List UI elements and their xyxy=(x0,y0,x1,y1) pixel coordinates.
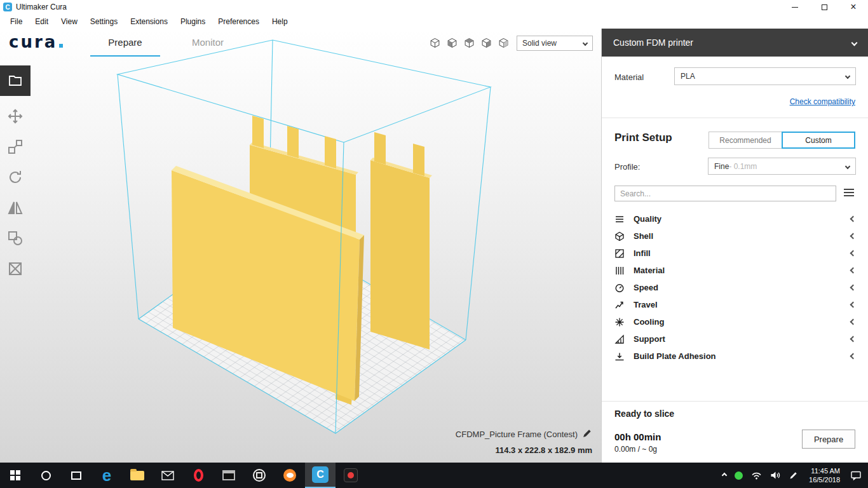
clock[interactable]: 11:45 AM 16/5/2018 xyxy=(806,466,843,484)
wifi-icon xyxy=(751,471,762,480)
window-title: Ultimaker Cura xyxy=(16,3,67,11)
menu-settings[interactable]: Settings xyxy=(84,15,124,28)
chevron-left-icon xyxy=(850,353,857,360)
mirror-tool-button[interactable] xyxy=(4,197,27,219)
settings-search-input[interactable] xyxy=(614,186,836,201)
custom-mode-button[interactable]: Custom xyxy=(782,132,855,149)
edge-icon xyxy=(102,467,111,484)
view-3d-icon[interactable] xyxy=(430,37,440,48)
view-front-icon[interactable] xyxy=(447,37,458,48)
menu-plugins[interactable]: Plugins xyxy=(174,15,212,28)
prepare-button[interactable]: Prepare xyxy=(802,430,855,449)
windows-logo-icon xyxy=(10,470,15,475)
menu-help[interactable]: Help xyxy=(266,15,294,28)
menu-edit[interactable]: Edit xyxy=(29,15,55,28)
chevron-left-icon xyxy=(850,216,857,222)
recommended-mode-button[interactable]: Recommended xyxy=(709,132,782,149)
chevron-left-icon xyxy=(850,250,857,257)
menu-file[interactable]: File xyxy=(4,15,29,28)
category-quality[interactable]: Quality xyxy=(614,210,855,227)
volume-button[interactable] xyxy=(770,471,781,480)
opera-icon xyxy=(194,469,203,482)
settings-panel-body: Material PLA Check compatibility Print S… xyxy=(602,57,868,463)
taskbar-app-cura[interactable] xyxy=(305,463,336,488)
task-view-button[interactable] xyxy=(61,463,92,488)
chevron-down-icon xyxy=(851,39,858,46)
category-build-plate-adhesion[interactable]: Build Plate Adhesion xyxy=(614,348,855,365)
tray-cura-status[interactable] xyxy=(735,471,743,480)
support-blocker-icon xyxy=(7,261,24,277)
view-right-icon[interactable] xyxy=(498,37,509,48)
start-button[interactable] xyxy=(0,463,31,488)
viewport-stage: cura Prepare Monitor Solid view xyxy=(0,29,601,463)
category-cooling[interactable]: Cooling xyxy=(614,313,855,330)
cura-logo-text: cura xyxy=(9,32,57,51)
taskbar-app-recorder[interactable] xyxy=(336,463,366,488)
chevron-left-icon xyxy=(850,268,857,274)
settings-panel: Custom FDM printer Material PLA Check co… xyxy=(601,29,868,463)
clock-date: 16/5/2018 xyxy=(809,475,840,484)
infill-icon xyxy=(614,248,625,259)
category-infill[interactable]: Infill xyxy=(614,245,855,262)
view-mode-dropdown[interactable]: Solid view xyxy=(517,36,593,51)
category-speed[interactable]: Speed xyxy=(614,279,855,296)
material-dropdown[interactable]: PLA xyxy=(674,67,856,85)
adhesion-icon xyxy=(614,351,625,362)
cura-window: Ultimaker Cura File Edit View Settings E… xyxy=(0,0,868,488)
chevron-left-icon xyxy=(850,319,857,325)
category-shell[interactable]: Shell xyxy=(614,227,855,245)
system-tray: 11:45 AM 16/5/2018 xyxy=(722,463,868,488)
close-button[interactable] xyxy=(839,0,868,14)
minimize-icon xyxy=(792,7,798,8)
check-compatibility-link[interactable]: Check compatibility xyxy=(790,97,855,106)
slice-status: Ready to slice xyxy=(614,409,674,419)
taskbar-app-blender[interactable] xyxy=(275,463,305,488)
category-support[interactable]: Support xyxy=(614,330,855,348)
cura-logo: cura xyxy=(9,32,63,51)
tool-bar xyxy=(4,105,27,280)
view-left-icon[interactable] xyxy=(481,37,492,48)
taskbar-app-terminal[interactable] xyxy=(214,463,244,488)
pen-settings-button[interactable] xyxy=(789,471,798,480)
model-dimensions: 114.3 x 222.8 x 182.9 mm xyxy=(495,445,592,455)
taskbar-app-gog[interactable] xyxy=(244,463,275,488)
menu-preferences[interactable]: Preferences xyxy=(212,15,266,28)
maximize-button[interactable] xyxy=(810,0,839,14)
profile-dropdown[interactable]: Fine - 0.1mm xyxy=(708,158,856,175)
viewport-canvas[interactable] xyxy=(0,29,601,463)
support-icon xyxy=(614,334,625,344)
print-time-estimate: 00h 00min xyxy=(614,431,661,442)
view-top-icon[interactable] xyxy=(464,37,475,48)
material-usage-estimate: 0.00m / ~ 0g xyxy=(614,445,657,454)
tab-monitor[interactable]: Monitor xyxy=(173,37,243,57)
terminal-icon xyxy=(222,470,235,480)
open-file-button[interactable] xyxy=(0,65,31,96)
blender-icon xyxy=(283,469,296,482)
menu-extensions[interactable]: Extensions xyxy=(124,15,174,28)
move-tool-button[interactable] xyxy=(4,105,27,127)
notification-icon xyxy=(851,471,862,480)
per-model-settings-tool-button[interactable] xyxy=(4,227,27,249)
scale-tool-button[interactable] xyxy=(4,136,27,158)
rotate-tool-button[interactable] xyxy=(4,166,27,188)
menu-view[interactable]: View xyxy=(55,15,84,28)
taskbar-app-file-explorer[interactable] xyxy=(122,463,153,488)
minimize-button[interactable] xyxy=(780,0,810,14)
printer-selector[interactable]: Custom FDM printer xyxy=(602,29,868,57)
support-blocker-tool-button[interactable] xyxy=(4,258,27,280)
cortana-button[interactable] xyxy=(31,463,61,488)
category-material[interactable]: Material xyxy=(614,262,855,279)
tab-prepare[interactable]: Prepare xyxy=(90,37,160,57)
taskbar-app-opera[interactable] xyxy=(183,463,214,488)
chevron-down-icon xyxy=(845,163,850,168)
settings-menu-icon[interactable] xyxy=(844,189,854,190)
rename-model-button[interactable] xyxy=(583,428,592,440)
cooling-icon xyxy=(614,317,625,327)
taskbar-app-edge[interactable] xyxy=(92,463,122,488)
taskbar-app-mail[interactable] xyxy=(153,463,183,488)
show-hidden-icons-button[interactable] xyxy=(722,473,726,477)
view-mode-value: Solid view xyxy=(522,39,557,48)
network-button[interactable] xyxy=(751,471,762,480)
action-center-button[interactable] xyxy=(851,471,862,480)
category-travel[interactable]: Travel xyxy=(614,296,855,313)
